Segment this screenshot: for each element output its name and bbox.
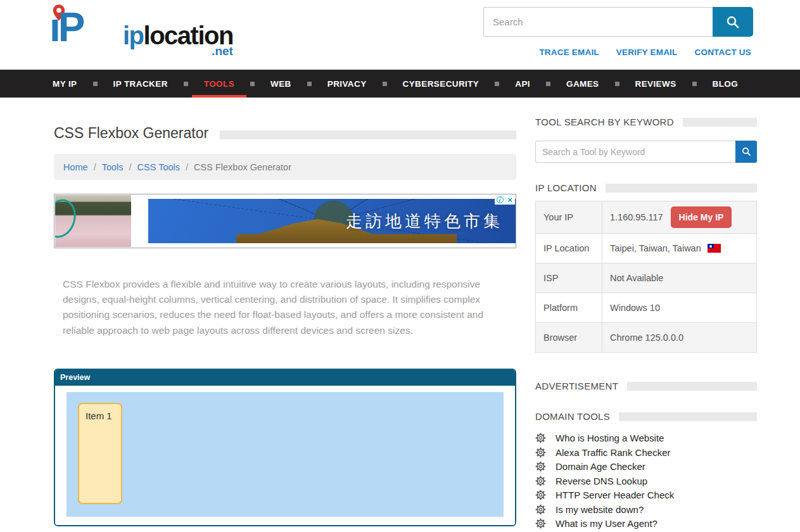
- flex-preview-item: Item 1: [78, 403, 122, 504]
- tool-search: [535, 141, 757, 163]
- row-label: Your IP: [536, 201, 602, 234]
- table-row: Platform Windows 10: [536, 293, 757, 323]
- flex-preview-container: Item 1: [67, 392, 504, 517]
- gear-icon: [535, 518, 546, 529]
- nav-separator: [615, 82, 619, 86]
- contact-us-link[interactable]: CONTACT US: [695, 48, 752, 57]
- nav-item-api[interactable]: API: [503, 70, 542, 98]
- ad-image-left: [55, 195, 131, 247]
- domain-tool-http-header[interactable]: HTTP Server Header Check: [535, 490, 757, 500]
- breadcrumb-css-tools[interactable]: CSS Tools: [137, 162, 180, 172]
- header-search-input[interactable]: [483, 7, 713, 37]
- breadcrumb-separator: /: [129, 162, 132, 172]
- title-decoration-bar: [220, 130, 516, 139]
- nav-separator: [307, 82, 312, 86]
- advertisement-heading: ADVERTISEMENT: [535, 381, 618, 391]
- gear-icon: [535, 447, 546, 458]
- table-row: IP Location Taipei, Taiwan, Taiwan: [536, 234, 757, 263]
- nav-item-blog[interactable]: BLOG: [701, 70, 751, 98]
- search-icon: [725, 15, 740, 30]
- ad-close-icon[interactable]: ×: [505, 195, 515, 205]
- ip-location-table: Your IP 1.160.95.117 Hide My IP IP Locat…: [535, 201, 757, 353]
- logo-monogram-text: ıP: [49, 4, 82, 51]
- logo-monogram: ıP: [48, 3, 123, 57]
- row-label: Browser: [536, 323, 602, 353]
- page-title: CSS Flexbox Generator: [54, 125, 208, 142]
- heading-bar: [683, 118, 757, 127]
- header-quick-links: TRACE EMAIL VERIFY EMAIL CONTACT US: [539, 48, 751, 57]
- ad-controls: i ×: [495, 195, 515, 205]
- table-row: ISP Not Available: [536, 263, 757, 293]
- tool-search-input[interactable]: [535, 141, 735, 163]
- breadcrumb: Home / Tools / CSS Tools / CSS Flexbox G…: [54, 154, 516, 180]
- table-row: Browser Chrome 125.0.0.0: [536, 323, 757, 353]
- advertisement-heading-row: ADVERTISEMENT: [535, 381, 757, 391]
- tool-search-heading: TOOL SEARCH BY KEYWORD: [535, 117, 674, 127]
- nav-item-games[interactable]: GAMES: [554, 70, 611, 98]
- ad-banner[interactable]: 走訪地道特色市集 i ×: [54, 194, 516, 248]
- search-icon: [741, 146, 752, 157]
- row-label: IP Location: [536, 234, 602, 263]
- heading-bar: [619, 412, 757, 421]
- breadcrumb-home[interactable]: Home: [63, 162, 88, 172]
- domain-tools-heading: DOMAIN TOOLS: [535, 411, 610, 422]
- ip-location-heading-row: IP LOCATION: [535, 182, 757, 193]
- tool-search-heading-row: TOOL SEARCH BY KEYWORD: [535, 117, 757, 127]
- gear-icon: [535, 433, 546, 443]
- domain-tool-domain-age[interactable]: Domain Age Checker: [535, 461, 757, 472]
- verify-email-link[interactable]: VERIFY EMAIL: [616, 48, 678, 57]
- preview-panel-header: Preview: [55, 370, 515, 386]
- nav-item-ip-tracker[interactable]: IP TRACKER: [101, 70, 180, 98]
- logo-text-net: .net: [212, 44, 233, 58]
- nav-item-my-ip[interactable]: MY IP: [41, 70, 89, 98]
- nav-separator: [692, 82, 697, 86]
- tool-search-button[interactable]: [735, 141, 757, 163]
- nav-item-tools[interactable]: TOOLS: [192, 70, 246, 98]
- site-header: ıP iplocation .net TRACE EMAIL VERIFY EM…: [0, 0, 800, 70]
- hide-my-ip-button[interactable]: Hide My IP: [671, 206, 732, 228]
- browser-value: Chrome 125.0.0.0: [602, 323, 757, 353]
- domain-tool-alexa-rank[interactable]: Alexa Traffic Rank Checker: [535, 447, 757, 458]
- nav-separator: [546, 82, 550, 86]
- sidebar: TOOL SEARCH BY KEYWORD IP LOCATION Your …: [535, 117, 757, 532]
- header-search: [483, 7, 753, 37]
- nav-separator: [495, 82, 499, 86]
- nav-item-privacy[interactable]: PRIVACY: [315, 70, 379, 98]
- site-logo[interactable]: ıP iplocation .net: [48, 3, 233, 57]
- preview-panel-body: Item 1: [55, 386, 515, 525]
- domain-tools-list: Who is Hosting a Website Alexa Traffic R…: [535, 433, 757, 529]
- platform-value: Windows 10: [602, 293, 757, 323]
- ad-info-icon[interactable]: i: [495, 195, 505, 205]
- domain-tools-heading-row: DOMAIN TOOLS: [535, 411, 757, 422]
- logo-text-ip: ip: [123, 22, 144, 49]
- domain-tool-website-down[interactable]: Is my website down?: [535, 504, 757, 515]
- your-ip-value: 1.160.95.117: [610, 212, 663, 222]
- header-search-button[interactable]: [713, 7, 753, 37]
- ad-image-right: 走訪地道特色市集: [148, 199, 516, 243]
- tool-description: CSS Flexbox provides a flexible and intu…: [63, 277, 504, 338]
- gear-icon: [535, 490, 546, 500]
- nav-item-cybersecurity[interactable]: CYBERSECURITY: [391, 70, 492, 98]
- ad-scribble-decoration: [55, 195, 80, 242]
- breadcrumb-separator: /: [94, 162, 96, 172]
- row-label: ISP: [536, 263, 602, 293]
- nav-separator: [383, 82, 387, 86]
- content-column: CSS Flexbox Generator Home / Tools / CSS…: [54, 117, 516, 532]
- gear-icon: [535, 504, 546, 515]
- breadcrumb-current: CSS Flexbox Generator: [194, 162, 291, 172]
- breadcrumb-tools[interactable]: Tools: [102, 162, 124, 172]
- row-label: Platform: [536, 293, 602, 323]
- preview-panel: Preview Item 1: [54, 369, 516, 526]
- main-area: CSS Flexbox Generator Home / Tools / CSS…: [0, 98, 800, 532]
- heading-bar: [606, 184, 757, 193]
- nav-item-web[interactable]: WEB: [258, 70, 303, 98]
- nav-item-reviews[interactable]: REVIEWS: [623, 70, 689, 98]
- ad-caption: 走訪地道特色市集: [346, 210, 503, 232]
- domain-tool-hosting[interactable]: Who is Hosting a Website: [535, 433, 757, 443]
- logo-text: iplocation .net: [123, 3, 233, 57]
- table-row: Your IP 1.160.95.117 Hide My IP: [536, 201, 757, 234]
- trace-email-link[interactable]: TRACE EMAIL: [539, 48, 599, 57]
- domain-tool-reverse-dns[interactable]: Reverse DNS Lookup: [535, 476, 757, 486]
- domain-tool-user-agent[interactable]: What is my User Agent?: [535, 518, 757, 529]
- nav-separator: [184, 82, 188, 86]
